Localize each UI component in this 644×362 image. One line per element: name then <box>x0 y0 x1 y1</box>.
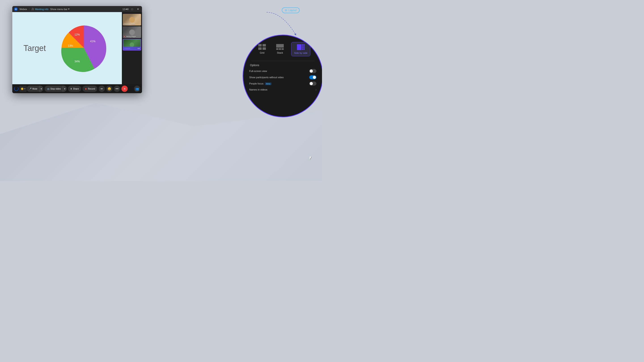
sidebar-percent: out <box>138 48 140 49</box>
participant-name-clarissa: Clarissa Smith <box>124 23 135 25</box>
full-screen-label: Full-screen view <box>249 70 267 72</box>
side-by-side-label: Side by side <box>294 52 308 54</box>
video-options-button[interactable]: ▾ <box>62 86 67 92</box>
slide-area: Target <box>12 12 122 84</box>
record-button[interactable]: ⏺ Record <box>82 86 97 92</box>
reactions-icon: 😊 <box>21 88 24 90</box>
grid-icon <box>258 44 266 50</box>
side-by-side-icon <box>297 44 305 50</box>
share-label: Share <box>73 88 79 90</box>
pie-chart: 41% 34% 13% 12% <box>59 23 108 73</box>
participant-thumb-isabelle[interactable]: Isabelle out <box>123 39 141 50</box>
beta-badge: Beta <box>265 82 272 85</box>
full-screen-toggle[interactable] <box>309 69 316 73</box>
toggle-knob-show-participants <box>313 76 316 79</box>
layout-icon: ⊞ <box>285 9 287 12</box>
names-in-videos-option[interactable]: Names in videos › <box>249 88 317 91</box>
arrow-line <box>264 10 300 37</box>
record-icon: ⏺ <box>85 88 87 90</box>
mute-label: Mute <box>32 88 37 90</box>
meeting-info-icon: 🎥 <box>31 7 34 10</box>
toggle-knob-full-screen <box>310 69 313 73</box>
full-screen-option: Full-screen view <box>249 69 317 73</box>
share-button[interactable]: ⬆ Share <box>68 86 81 92</box>
webex-window: W Webex | 🎥 Meeting info Show menu bar ▾… <box>12 6 142 93</box>
layout-option-stack[interactable]: Stack <box>273 42 287 56</box>
record-label: Record <box>88 88 95 90</box>
share-icon: ⬆ <box>70 88 72 90</box>
toolbar-center: 🎤 Mute ▾ 📹 Stop video ▾ ⬆ Share ⏺ <box>26 86 128 92</box>
end-call-button[interactable]: ✕ <box>122 86 128 92</box>
participants-sidebar: Clarissa Smith 🔇 Henry Riggs Isabelle o <box>122 12 142 84</box>
titlebar: W Webex | 🎥 Meeting info Show menu bar ▾… <box>12 6 142 12</box>
layout-popup: Grid Stack <box>242 35 322 117</box>
activity-indicator <box>14 86 18 91</box>
toggle-knob-people-focus <box>310 82 313 85</box>
layout-option-side-by-side[interactable]: Side by side <box>291 42 310 56</box>
stop-video-label: Stop video <box>50 88 61 90</box>
layout-label: Layout <box>288 9 296 12</box>
show-participants-label: Show participants without video <box>249 76 284 79</box>
participant-thumb-henry[interactable]: 🔇 Henry Riggs <box>123 26 141 38</box>
more-button[interactable]: ••• <box>114 86 120 92</box>
webex-logo: W <box>14 7 18 11</box>
reactions-chevron: ▾ <box>24 88 25 90</box>
people-focus-label: People focus Beta <box>249 82 272 85</box>
layout-divider <box>251 61 314 61</box>
layout-option-grid[interactable]: Grid <box>255 42 269 56</box>
mute-button[interactable]: 🎤 Mute <box>26 86 39 92</box>
show-menu-label: Show menu bar <box>50 8 68 10</box>
svg-rect-11 <box>282 48 284 50</box>
svg-text:12%: 12% <box>74 33 80 36</box>
svg-rect-15 <box>302 48 303 50</box>
svg-text:13%: 13% <box>68 44 73 47</box>
mute-options-button[interactable]: ▾ <box>39 86 43 92</box>
slide-title: Target <box>24 43 46 53</box>
svg-text:41%: 41% <box>90 40 96 43</box>
minimize-button[interactable]: — <box>124 7 128 11</box>
whiteboard-button[interactable]: ✏ <box>98 86 105 92</box>
people-focus-option: People focus Beta <box>249 81 317 86</box>
svg-rect-18 <box>304 48 304 50</box>
chevron-down-icon: ▾ <box>68 7 70 10</box>
svg-rect-10 <box>279 48 281 50</box>
svg-text:34%: 34% <box>74 60 80 63</box>
close-button[interactable]: ✕ <box>136 7 140 11</box>
mute-icon: 🎤 <box>29 88 32 90</box>
meeting-info-label: Meeting info <box>35 8 48 10</box>
participants-button[interactable]: 👥 <box>134 86 140 92</box>
chevron-right-icon: › <box>316 88 317 91</box>
stop-video-button[interactable]: 📹 Stop video <box>44 86 62 92</box>
participant-name-henry: Henry Riggs <box>126 35 136 37</box>
participant-thumb-clarissa[interactable]: Clarissa Smith <box>123 14 141 25</box>
svg-rect-13 <box>302 44 303 46</box>
grid-label: Grid <box>260 51 264 54</box>
app-name: Webex <box>20 8 27 10</box>
svg-rect-9 <box>276 48 278 50</box>
people-focus-toggle[interactable] <box>309 81 316 86</box>
video-control: 📹 Stop video ▾ <box>44 86 67 92</box>
svg-rect-14 <box>302 46 303 48</box>
reactions-button[interactable]: 😊 ▾ <box>20 86 26 92</box>
toolbar-right: 👥 <box>134 86 140 92</box>
svg-rect-6 <box>258 47 262 50</box>
window-controls: — □ ✕ <box>124 7 140 11</box>
content-area: Target <box>12 12 142 84</box>
mute-control: 🎤 Mute ▾ <box>26 86 43 92</box>
svg-rect-12 <box>297 44 302 50</box>
svg-rect-17 <box>304 46 304 48</box>
toolbar-left: 😊 ▾ <box>14 86 26 92</box>
show-participants-toggle[interactable] <box>309 75 316 79</box>
svg-rect-4 <box>258 44 262 46</box>
stack-label: Stack <box>277 51 283 54</box>
layout-options: Grid Stack <box>251 42 315 56</box>
show-menu-button[interactable]: Show menu bar ▾ <box>50 7 70 10</box>
maximize-button[interactable]: □ <box>130 7 134 11</box>
names-in-videos-label: Names in videos <box>249 88 268 91</box>
svg-rect-5 <box>262 44 266 46</box>
svg-rect-7 <box>262 47 266 50</box>
svg-rect-16 <box>304 44 304 46</box>
layout-button[interactable]: ⊞ Layout <box>282 7 300 13</box>
meeting-info-button[interactable]: 🎥 Meeting info <box>31 7 48 10</box>
reactions-emoji-button[interactable]: 😄 <box>106 86 112 92</box>
